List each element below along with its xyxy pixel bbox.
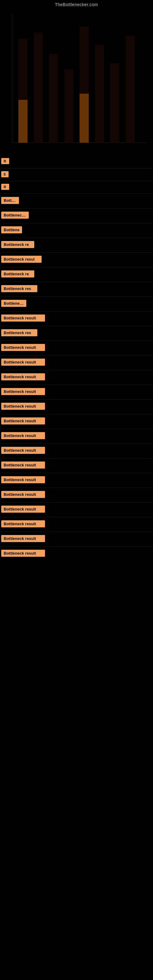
- divider: [1, 429, 152, 429]
- divider: [1, 340, 152, 341]
- bottleneck-badge: Bottleneck resul: [1, 256, 41, 263]
- divider: [1, 296, 152, 297]
- bottleneck-badge: Bottleneck result: [1, 359, 45, 366]
- result-item: Bottleneck result: [1, 314, 152, 323]
- svg-rect-11: [18, 100, 27, 143]
- bottleneck-badge: Bottleneck result: [1, 403, 45, 410]
- site-header: TheBottlenecker.com: [0, 0, 153, 8]
- bottleneck-badge: Bottleneck result: [1, 550, 45, 557]
- bottleneck-badge: Bottleneck res: [1, 329, 37, 336]
- svg-rect-12: [80, 94, 89, 143]
- result-item: Bottleneck result: [1, 402, 152, 412]
- divider: [1, 208, 152, 208]
- bottleneck-badge: Bottleneck result: [1, 388, 45, 395]
- bottleneck-badge: Bottleneck result: [1, 447, 45, 454]
- bottleneck-badge: Bottleneck re: [1, 270, 34, 277]
- svg-rect-10: [126, 35, 135, 143]
- site-title: TheBottlenecker.com: [55, 0, 98, 7]
- divider: [1, 370, 152, 370]
- result-item: Bottleneck re: [1, 240, 152, 250]
- result-item: Bottleneck result: [1, 343, 152, 353]
- bottleneck-badge: Bottleneck re: [1, 241, 34, 248]
- result-item: Bottleneck result: [1, 535, 152, 544]
- result-item: Bottleneck result: [1, 461, 152, 470]
- svg-rect-5: [49, 54, 58, 143]
- divider: [1, 311, 152, 312]
- bottleneck-badge: Bottleneck result: [1, 520, 45, 527]
- result-item: Bottleneck result: [1, 549, 152, 558]
- result-item: Bottlen: [1, 196, 152, 206]
- result-item: Bottleneck result: [1, 446, 152, 456]
- bottleneck-badge: B: [1, 158, 9, 164]
- bottleneck-badge: Bottlen: [1, 197, 19, 204]
- divider: [1, 546, 152, 547]
- result-item: Bottleneck r: [1, 211, 152, 221]
- divider: [1, 517, 152, 517]
- result-item: E: [1, 170, 152, 179]
- result-item: Bottleneck resul: [1, 255, 152, 265]
- result-item: Bottleneck result: [1, 387, 152, 397]
- divider: [1, 169, 152, 169]
- bottleneck-badge: Bottleneck result: [1, 491, 45, 498]
- divider: [1, 181, 152, 181]
- result-item: Bottleneck result: [1, 505, 152, 514]
- divider: [1, 399, 152, 400]
- result-item: Bottleneck: [1, 299, 152, 309]
- divider: [1, 252, 152, 253]
- bottleneck-badge: Bottlene: [1, 226, 22, 233]
- divider: [1, 531, 152, 532]
- result-item: Bottleneck re: [1, 270, 152, 279]
- bottleneck-badge: Bottleneck result: [1, 417, 45, 425]
- divider: [1, 194, 152, 194]
- svg-rect-6: [64, 69, 73, 143]
- bottleneck-badge: Bottleneck r: [1, 212, 29, 219]
- result-item: Bottleneck result: [1, 490, 152, 500]
- divider: [1, 355, 152, 356]
- bottleneck-badge: Bottleneck result: [1, 506, 45, 513]
- bottleneck-badge: Bottleneck result: [1, 476, 45, 483]
- result-item: Bottleneck result: [1, 431, 152, 441]
- result-item: Bottleneck result: [1, 358, 152, 368]
- svg-rect-4: [33, 32, 43, 143]
- result-item: Bottlene: [1, 226, 152, 235]
- bottleneck-badge: Bottleneck result: [1, 344, 45, 351]
- result-item: Bottleneck result: [1, 417, 152, 426]
- bottleneck-badge: Bottleneck result: [1, 432, 45, 439]
- bottleneck-badge: Bottleneck result: [1, 535, 45, 542]
- bottleneck-badge: Bottleneck result: [1, 373, 45, 380]
- bottleneck-badge: E: [1, 171, 9, 177]
- result-item: B: [1, 183, 152, 192]
- bottleneck-badge: Bottleneck: [1, 300, 26, 307]
- divider: [1, 502, 152, 503]
- bottleneck-badge: B: [1, 184, 9, 190]
- svg-rect-8: [95, 45, 104, 143]
- svg-rect-9: [110, 63, 120, 143]
- divider: [1, 223, 152, 223]
- bottleneck-badge: Bottleneck result: [1, 461, 45, 469]
- result-item: Bottleneck result: [1, 476, 152, 485]
- divider: [1, 385, 152, 385]
- divider: [1, 458, 152, 458]
- result-item: B: [1, 158, 152, 166]
- result-item: Bottleneck res: [1, 285, 152, 294]
- divider: [1, 414, 152, 414]
- result-item: Bottleneck res: [1, 329, 152, 338]
- chart-area: [0, 8, 153, 155]
- result-item: Bottleneck result: [1, 373, 152, 382]
- results-container: B E B Bottlen Bottleneck r Bottlene Bott…: [0, 158, 153, 558]
- bottleneck-badge: Bottleneck result: [1, 315, 45, 321]
- divider: [1, 473, 152, 473]
- bottleneck-badge: Bottleneck res: [1, 285, 37, 292]
- divider: [1, 267, 152, 267]
- result-item: Bottleneck result: [1, 520, 152, 529]
